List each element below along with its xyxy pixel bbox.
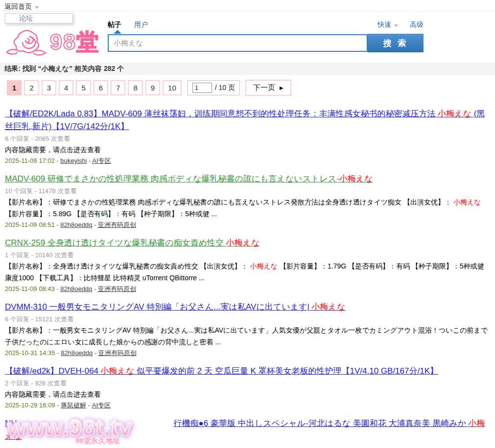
keyword-highlight: 小梅えな: [101, 366, 135, 376]
result-title-link[interactable]: 【破解/ED2K/Lada 0.83】MADV-609 薄丝袜荡妇，训练期间意想…: [5, 109, 485, 131]
search-button[interactable]: 搜 索: [368, 34, 424, 52]
result-footer: 2025-10-31 14:35 - 82h8oeddq - 亚洲有码原创: [5, 349, 490, 357]
page-button-10[interactable]: 10: [163, 80, 182, 95]
result-title-link[interactable]: MADV-609 研修でまさかの性処理業務 肉感ボディな爆乳秘書の誰にも言えない…: [5, 174, 373, 183]
search-row: 搜 索: [108, 34, 424, 52]
result-date: 2025-11-09 08:51: [5, 221, 55, 228]
page-total-label: / 10 页: [215, 84, 235, 92]
result-title: NH行機痴●6 豪華版 中出しスペシャル-河北はるな 美園和花 大浦真奈美 黒崎…: [5, 417, 490, 443]
text-part: MADV-609 研修でまさかの性処理業務 肉感ボディな爆乳秘書の誰にも言えない…: [5, 174, 339, 183]
result-author-link[interactable]: bukeyishi: [60, 157, 87, 164]
result-replies-views: 10 个回复 - 11478 次查看: [5, 187, 490, 195]
result-title: DVMM-310 一般男女モニタリングAV 特別編「お父さん...実は私AVに出…: [5, 301, 490, 314]
search-result: DVMM-310 一般男女モニタリングAV 特別編「お父さん...実は私AVに出…: [5, 301, 490, 357]
rose-icon: [5, 27, 48, 56]
result-snippet: 内容隐藏需要，请点击进去查看: [5, 144, 490, 156]
tab-users[interactable]: 用户: [134, 21, 148, 29]
result-author-link[interactable]: 82h8oeddq: [60, 221, 92, 228]
dropdown-item-forum[interactable]: 论坛: [5, 11, 37, 25]
active-tab-pointer-icon: [114, 30, 121, 34]
search-tabs: 帖子 用户 快速 高级: [108, 21, 424, 29]
page-button-7[interactable]: 7: [111, 80, 125, 95]
page-button-4[interactable]: 4: [59, 80, 73, 95]
keyword-highlight: 小梅えな: [250, 262, 278, 270]
result-forum-link[interactable]: 亚洲有码原创: [98, 349, 137, 357]
result-forum-link[interactable]: AI专区: [92, 402, 111, 409]
chevron-down-icon: [35, 6, 39, 9]
search-input[interactable]: [108, 34, 368, 52]
result-title-link[interactable]: 【破解/ed2k】DVEH-064 小梅えな 似平要爆发的前 2 天 空瓜巨量 …: [5, 366, 438, 376]
text-part: 内容隐藏需要，请点击进去查看: [5, 390, 101, 398]
header: 98堂 帖子 用户 快速 高级 搜 索: [0, 12, 495, 63]
result-title-link[interactable]: NH行機痴●6 豪華版 中出しスペシャル-河北はるな 美園和花 大浦真奈美 黒崎…: [5, 419, 485, 441]
text-part: 【影片名称】：一般男女モニタリングAV 特別編「お父さん...実は私AVに出てい…: [5, 326, 488, 346]
advanced-search-link[interactable]: 高级: [410, 21, 424, 29]
result-title: 【破解/ED2K/Lada 0.83】MADV-609 薄丝袜荡妇，训练期间意想…: [5, 108, 490, 133]
result-title: 【破解/ed2k】DVEH-064 小梅えな 似平要爆发的前 2 天 空瓜巨量 …: [5, 365, 490, 378]
result-replies-views: 6 个回复 - 15121 次查看: [5, 315, 490, 323]
back-home-label: 返回首页: [4, 2, 32, 11]
search-results-page: { "topbar": { "back_home": "返回首页", "menu…: [0, 0, 495, 448]
play-right-icon: ▶: [280, 85, 283, 90]
result-snippet: 内容隐藏需要，请点击进去查看: [5, 388, 490, 400]
text-part: 【破解/ED2K/Lada 0.83】MADV-609 薄丝袜荡妇，训练期间意想…: [5, 109, 438, 118]
search-result: CRNX-259 全身透け透けタイツな爆乳秘書の痴女責め性交 小梅えな1 个回复…: [5, 237, 490, 293]
search-mode-links: 快速 高级: [377, 21, 424, 29]
keyword-highlight: 小梅えな: [226, 238, 260, 247]
search-module: 帖子 用户 快速 高级 搜 索: [108, 21, 424, 52]
result-forum-link[interactable]: AI专区: [92, 157, 111, 164]
result-title-link[interactable]: DVMM-310 一般男女モニタリングAV 特別編「お父さん...実は私AVに出…: [5, 302, 345, 312]
text-part: 【影片名称】：全身透け透けタイツな爆乳秘書の痴女責め性交 【出演女优】：: [5, 262, 250, 270]
result-forum-link[interactable]: 亚洲有码原创: [98, 221, 136, 228]
keyword-highlight: 小梅えな: [339, 174, 373, 183]
text-part: 似平要爆发的前 2 天 空瓜巨量 K 罩杯美女老板的性护理【1V/4.10 GB…: [134, 366, 438, 376]
pagination: 12345678910/ 10 页下一页▶: [7, 80, 495, 96]
result-author-link[interactable]: 豚鼠破解: [61, 402, 86, 409]
text-part: NH: [5, 419, 17, 428]
result-author-link[interactable]: 82h8oeddq: [61, 349, 93, 357]
results-list: 【破解/ED2K/Lada 0.83】MADV-609 薄丝袜荡妇，训练期间意想…: [0, 96, 495, 443]
text-part: 【破解/ed2k】DVEH-064: [5, 366, 101, 376]
result-footer: 2025-11-09 17:02 - bukeyishi - AI专区: [5, 157, 490, 165]
page-button-9[interactable]: 9: [145, 80, 160, 95]
page-button-2[interactable]: 2: [24, 80, 39, 95]
text-part: 【影片名称】：研修でまさかの性処理業務 肉感ボディな爆乳秘書の誰にも言えないスト…: [5, 198, 453, 206]
search-result: 【破解/ed2k】DVEH-064 小梅えな 似平要爆发的前 2 天 空瓜巨量 …: [5, 365, 490, 409]
keyword-highlight: 小梅えな: [438, 109, 471, 118]
result-footer: 2025-10-29 16:09 - 豚鼠破解 - AI专区: [5, 402, 490, 409]
page-button-5[interactable]: 5: [76, 80, 91, 95]
result-date: 2025-10-29 16:09: [5, 402, 55, 409]
quick-search-link[interactable]: 快速: [377, 21, 398, 29]
result-replies-views: 6 个回复 - 2065 次查看: [5, 135, 490, 143]
next-page-button[interactable]: 下一页▶: [245, 80, 291, 96]
page-button-1[interactable]: 1: [7, 80, 22, 95]
nav-dropdown: 论坛: [5, 13, 73, 23]
result-snippet: 【影片名称】：研修でまさかの性処理業務 肉感ボディな爆乳秘書の誰にも言えないスト…: [5, 196, 490, 220]
result-date: 2025-11-09 08:43: [5, 285, 55, 292]
page-jump-input[interactable]: [192, 83, 212, 93]
result-author-link[interactable]: 82h8oeddq: [60, 285, 92, 292]
tab-posts[interactable]: 帖子: [108, 21, 121, 29]
text-part: 【影片容量】：5.89G 【是否有码】：有码 【种子期限】：5种或健 ...: [5, 210, 217, 218]
result-replies-views: 2 个回复 - 928 次查看: [5, 380, 490, 387]
page-button-3[interactable]: 3: [42, 80, 56, 95]
page-button-6[interactable]: 6: [94, 80, 108, 95]
search-result: 【破解/ED2K/Lada 0.83】MADV-609 薄丝袜荡妇，训练期间意想…: [5, 108, 490, 165]
result-title-link[interactable]: CRNX-259 全身透け透けタイツな爆乳秘書の痴女責め性交 小梅えな: [5, 238, 260, 247]
site-logo[interactable]: 98堂: [5, 27, 99, 56]
result-title: MADV-609 研修でまさかの性処理業務 肉感ボディな爆乳秘書の誰にも言えない…: [5, 173, 490, 185]
back-home-link[interactable]: 返回首页: [4, 2, 39, 11]
search-result: MADV-609 研修でまさかの性処理業務 肉感ボディな爆乳秘書の誰にも言えない…: [5, 173, 490, 229]
result-replies-views: 1 个回复 - 10140 次查看: [5, 251, 490, 259]
text-part: 行機痴●6 豪華版 中出しスペシャル-河北はるな 美園和花 大浦真奈美 黒崎みか: [174, 419, 469, 428]
result-snippet: 【影片名称】：一般男女モニタリングAV 特別編「お父さん...実は私AVに出てい…: [5, 324, 490, 348]
text-part: 内容隐藏需要，请点击进去查看: [5, 146, 101, 154]
result-forum-link[interactable]: 亚洲有码原创: [98, 285, 136, 292]
page-button-8[interactable]: 8: [128, 80, 142, 95]
result-footer: 2025-11-09 08:51 - 82h8oeddq - 亚洲有码原创: [5, 221, 490, 229]
result-count-bar: 结果: 找到 “小梅えな” 相关内容 282 个: [0, 63, 495, 75]
next-page-label: 下一页: [253, 83, 275, 92]
text-part: CRNX-259 全身透け透けタイツな爆乳秘書の痴女責め性交: [5, 238, 226, 247]
result-date: 2025-10-31 14:35: [5, 349, 55, 357]
chevron-down-icon: [394, 24, 398, 27]
